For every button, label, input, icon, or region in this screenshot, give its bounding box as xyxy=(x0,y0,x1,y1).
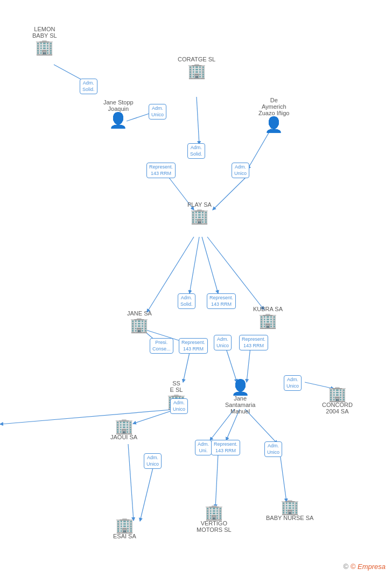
svg-line-23 xyxy=(128,444,134,521)
badge-adm-uni-vertigo[interactable]: Adm.Uni. xyxy=(195,440,212,455)
node-label-ss-e-sl: SS E SL xyxy=(170,380,183,393)
svg-line-6 xyxy=(190,237,199,293)
node-lemon-baby[interactable]: LEMON BABY SL 🏢 xyxy=(32,26,57,55)
node-label-concord-2004: CONCORD 2004 SA xyxy=(322,402,353,415)
building-icon-vertigo-motors: 🏢 xyxy=(205,505,223,520)
badge-adm-solid-play-left[interactable]: Adm.Solid. xyxy=(178,293,195,309)
svg-line-13 xyxy=(226,349,237,382)
badge-represent-143-left[interactable]: Represent.143 RRM xyxy=(146,163,176,178)
node-label-kubra-sa: KUBRA SA xyxy=(253,306,283,312)
node-jane-stopp[interactable]: Jane Stopp Joaquin 👤 xyxy=(103,99,134,128)
badge-adm-unico-jaoui[interactable]: Adm.Unico xyxy=(144,453,162,469)
svg-line-12 xyxy=(183,353,190,382)
badge-represent-143-kubra[interactable]: Represent.143 RRM xyxy=(239,335,268,350)
svg-line-5 xyxy=(213,177,247,210)
building-icon-kubra-sa: 🏢 xyxy=(258,313,277,328)
badge-adm-unico-jane-sa-right[interactable]: Adm.Unico xyxy=(214,335,232,350)
person-icon-jane-stopp: 👤 xyxy=(109,113,128,128)
building-icon-coratge: 🏢 xyxy=(187,64,206,79)
node-label-jane-stopp: Jane Stopp Joaquin xyxy=(103,99,134,112)
badge-presi-conse[interactable]: Presi.Conse... xyxy=(150,338,173,354)
svg-line-14 xyxy=(247,347,250,382)
building-icon-esai-sa: 🏢 xyxy=(115,518,134,533)
node-baby-nurse[interactable]: 🏢 BABY NURSE SA xyxy=(266,500,313,522)
badge-represent-143-play-right[interactable]: Represent.143 RRM xyxy=(207,293,236,309)
node-de-aymerich[interactable]: De Aymerich Zuazo Iñigo 👤 xyxy=(258,97,289,132)
svg-line-21 xyxy=(215,454,218,508)
connection-lines xyxy=(0,0,392,576)
node-label-esai-sa: ESAI SA xyxy=(113,533,136,539)
node-play-sa[interactable]: PLAY SA 🏢 xyxy=(187,201,212,224)
node-kubra-sa[interactable]: KUBRA SA 🏢 xyxy=(253,306,283,328)
node-jane-santamaria[interactable]: 👤 Jane Santamaria Manuel xyxy=(225,380,255,416)
watermark-copy-symbol: © xyxy=(344,563,349,571)
diagram: LEMON BABY SL 🏢 CORATGE SL 🏢 De Aymerich… xyxy=(0,0,392,576)
node-jane-sa[interactable]: JANE SA 🏢 xyxy=(127,310,152,333)
node-label-de-aymerich: De Aymerich Zuazo Iñigo xyxy=(258,97,289,116)
badge-adm-solid-coratge[interactable]: Adm.Solid. xyxy=(187,143,205,159)
node-concord-2004[interactable]: 🏢 CONCORD 2004 SA xyxy=(322,387,353,416)
node-jaoui-sa[interactable]: 🏢 JAOUI SA xyxy=(110,419,137,441)
badge-adm-solid-lemon[interactable]: Adm.Solid. xyxy=(80,79,97,94)
building-icon-jane-sa: 🏢 xyxy=(130,318,149,333)
badge-adm-unico-de-aymerich[interactable]: Adm.Unico xyxy=(232,163,249,178)
svg-line-2 xyxy=(197,97,199,144)
badge-adm-unico-concord[interactable]: Adm.Unico xyxy=(284,375,302,391)
node-label-vertigo-motors: VERTIGO MOTORS SL xyxy=(197,520,232,533)
node-label-jaoui-sa: JAOUI SA xyxy=(110,434,137,440)
node-label-coratge: CORATGE SL xyxy=(178,56,215,62)
building-icon-play-sa: 🏢 xyxy=(190,209,209,224)
watermark: © © Empresa xyxy=(344,563,386,571)
node-label-jane-sa: JANE SA xyxy=(127,310,152,317)
badge-represent-143-jane-sa[interactable]: Represent.143 RRM xyxy=(179,338,208,354)
svg-line-7 xyxy=(202,237,218,293)
node-label-baby-nurse: BABY NURSE SA xyxy=(266,515,313,521)
badge-adm-unico-jane-stopp[interactable]: Adm.Unico xyxy=(149,104,166,120)
node-label-play-sa: PLAY SA xyxy=(187,201,212,208)
badge-represent-143-vertigo[interactable]: Represent.143 RRM xyxy=(211,440,240,455)
node-label-jane-santamaria: Jane Santamaria Manuel xyxy=(225,395,255,415)
badge-adm-unico-baby-nurse[interactable]: Adm.Unico xyxy=(264,441,282,457)
building-icon-baby-nurse: 🏢 xyxy=(281,500,299,515)
node-esai-sa[interactable]: 🏢 ESAI SA xyxy=(113,518,136,540)
node-coratge[interactable]: CORATGE SL 🏢 xyxy=(178,56,215,79)
node-label-lemon-baby: LEMON BABY SL xyxy=(32,26,57,39)
building-icon-jaoui-sa: 🏢 xyxy=(115,419,134,434)
person-icon-de-aymerich: 👤 xyxy=(264,117,283,132)
badge-adm-unico-ss-e-sl[interactable]: Adm.Unico xyxy=(170,398,188,414)
building-icon-concord-2004: 🏢 xyxy=(328,387,347,402)
person-icon-jane-santamaria: 👤 xyxy=(231,380,250,395)
node-vertigo-motors[interactable]: 🏢 VERTIGO MOTORS SL xyxy=(197,505,232,534)
building-icon-lemon-baby: 🏢 xyxy=(35,40,54,55)
svg-line-24 xyxy=(140,466,153,521)
svg-line-22 xyxy=(280,454,286,502)
svg-line-15 xyxy=(0,409,178,424)
watermark-text: © Empresa xyxy=(351,563,386,571)
